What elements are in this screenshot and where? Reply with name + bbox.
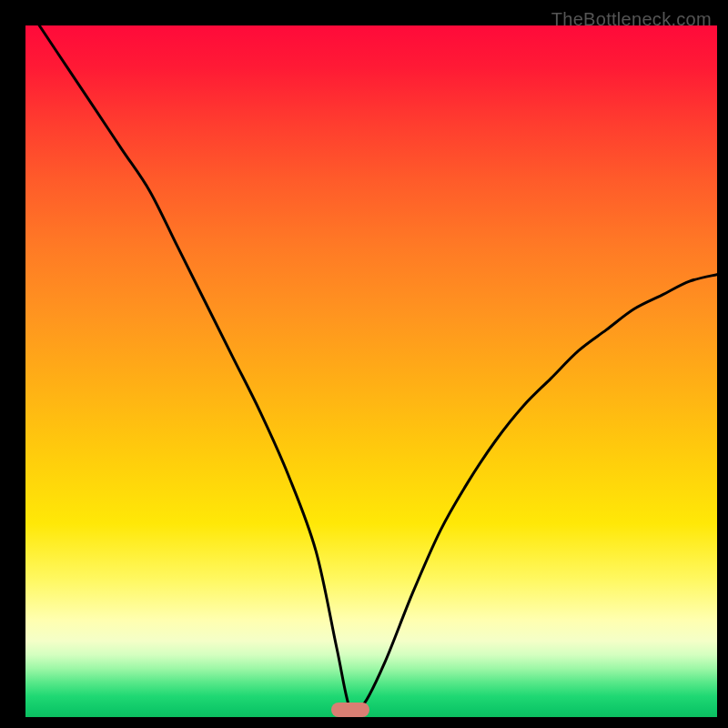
bottleneck-curve: [25, 25, 717, 717]
minimum-marker: [331, 703, 369, 717]
watermark-text: TheBottleneck.com: [551, 9, 712, 30]
chart-frame: TheBottleneck.com: [7, 7, 721, 721]
plot-area: [25, 25, 717, 717]
